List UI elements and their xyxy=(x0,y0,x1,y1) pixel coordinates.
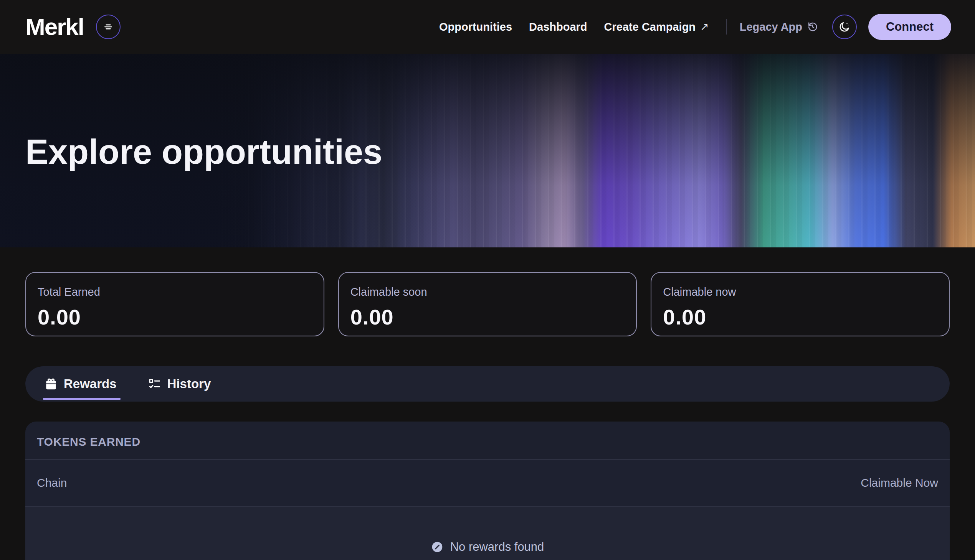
theme-toggle-button[interactable] xyxy=(832,15,857,39)
stats-row: Total Earned 0.00 Claimable soon 0.00 Cl… xyxy=(25,272,950,337)
gift-icon xyxy=(45,377,58,390)
stat-value: 0.00 xyxy=(350,305,625,330)
nav-divider xyxy=(726,19,727,35)
column-header-chain: Chain xyxy=(37,477,67,490)
table-section-title: TOKENS EARNED xyxy=(25,422,950,459)
slash-circle-icon xyxy=(431,541,443,553)
rewards-table-panel: TOKENS EARNED Chain Claimable Now No rew… xyxy=(25,422,950,560)
table-body: No rewards found xyxy=(25,507,950,560)
history-clock-icon xyxy=(807,21,818,33)
nav-link-opportunities[interactable]: Opportunities xyxy=(439,21,512,33)
column-header-claimable-now: Claimable Now xyxy=(861,477,938,490)
top-nav: Merkl Opportunities Dashboard Create Cam… xyxy=(0,0,975,54)
stat-card-claimable-now: Claimable now 0.00 xyxy=(651,272,950,337)
tab-label: History xyxy=(167,377,211,391)
stat-label: Total Earned xyxy=(38,286,312,298)
empty-state-message: No rewards found xyxy=(450,540,544,554)
nav-link-dashboard[interactable]: Dashboard xyxy=(529,21,587,33)
stat-value: 0.00 xyxy=(38,305,312,330)
page-title: Explore opportunities xyxy=(25,132,382,172)
tab-rewards[interactable]: Rewards xyxy=(45,366,117,402)
stat-card-total-earned: Total Earned 0.00 xyxy=(25,272,324,337)
menu-button[interactable] xyxy=(96,15,120,39)
connect-button[interactable]: Connect xyxy=(868,14,951,40)
stat-label: Claimable soon xyxy=(350,286,625,298)
legacy-app-link[interactable]: Legacy App xyxy=(740,21,818,33)
active-tab-underline xyxy=(43,398,120,400)
tab-bar: Rewards History xyxy=(25,366,950,402)
moon-stars-icon xyxy=(838,20,851,33)
hero-banner: Explore opportunities xyxy=(0,54,975,247)
table-header-row: Chain Claimable Now xyxy=(25,459,950,507)
checklist-icon xyxy=(148,377,161,390)
stat-card-claimable-soon: Claimable soon 0.00 xyxy=(338,272,637,337)
tab-history[interactable]: History xyxy=(148,366,211,402)
stat-value: 0.00 xyxy=(663,305,937,330)
nav-link-create-campaign[interactable]: Create Campaign ↗ xyxy=(604,21,709,33)
tab-label: Rewards xyxy=(64,377,117,391)
filter-lines-icon xyxy=(102,21,114,33)
external-link-icon: ↗ xyxy=(700,21,709,33)
nav-links: Opportunities Dashboard Create Campaign … xyxy=(439,14,951,40)
merkl-logo[interactable]: Merkl xyxy=(25,15,84,39)
stat-label: Claimable now xyxy=(663,286,937,298)
